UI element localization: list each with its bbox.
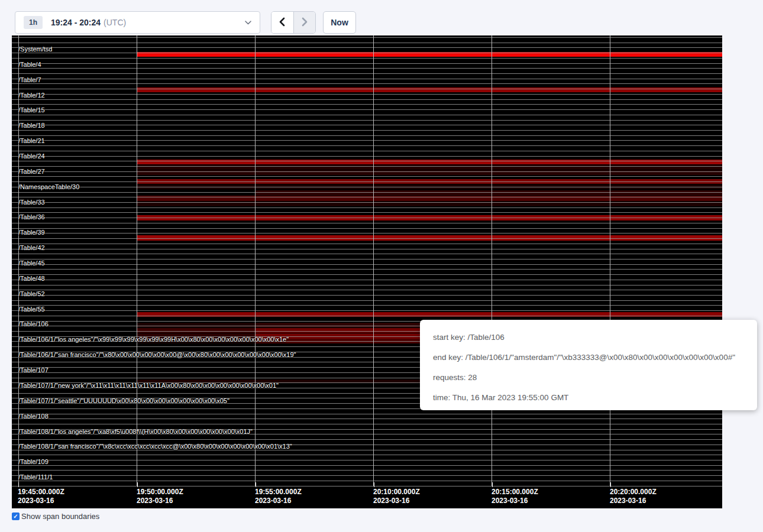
span-boundary-label: /Table/55 bbox=[18, 306, 45, 313]
span-boundary-label: /NamespaceTable/30 bbox=[18, 183, 79, 190]
span-boundary-line bbox=[12, 300, 722, 301]
span-boundary-line bbox=[12, 94, 722, 95]
span-boundary-line bbox=[12, 73, 722, 74]
span-boundary-line bbox=[12, 171, 722, 172]
span-boundary-line bbox=[12, 212, 722, 213]
x-axis-tick-mark bbox=[374, 482, 374, 487]
span-boundary-label: /Table/39 bbox=[18, 229, 45, 236]
tooltip: start key: /Table/106 end key: /Table/10… bbox=[420, 320, 757, 410]
span-boundary-line bbox=[12, 269, 722, 270]
span-boundary-label: /Table/111/1 bbox=[18, 473, 53, 481]
time-range-selector[interactable]: 1h 19:24 - 20:24 (UTC) bbox=[15, 11, 260, 34]
toolbar: 1h 19:24 - 20:24 (UTC) Now bbox=[0, 0, 763, 35]
span-boundary-label: /Table/108/1/"san francisco"/"\x8c\xcc\x… bbox=[18, 443, 292, 450]
span-boundary-line bbox=[12, 135, 722, 136]
span-boundary-line bbox=[12, 151, 722, 151]
time-bucket-line bbox=[610, 35, 610, 486]
span-boundary-label: /Table/12 bbox=[18, 92, 45, 99]
span-boundary-line bbox=[12, 310, 722, 311]
now-button[interactable]: Now bbox=[323, 11, 356, 34]
span-boundary-line bbox=[12, 187, 722, 187]
range-timezone: (UTC) bbox=[104, 18, 126, 27]
span-boundary-label: /Table/108/1/"los angeles"/"\xa8\xf5\u00… bbox=[18, 428, 253, 435]
check-icon: ✓ bbox=[13, 514, 18, 520]
span-boundary-line bbox=[12, 218, 722, 218]
span-boundary-line bbox=[12, 305, 722, 306]
chevron-left-icon bbox=[279, 17, 286, 28]
span-boundary-line bbox=[12, 249, 722, 249]
span-boundary-label: /Table/21 bbox=[18, 137, 45, 144]
show-span-boundaries-label: Show span boundaries bbox=[21, 512, 99, 521]
span-boundary-line bbox=[12, 68, 722, 69]
span-boundary-line bbox=[12, 161, 722, 161]
tooltip-requests: requests: 28 bbox=[433, 368, 744, 388]
span-boundary-label: /Table/106/1/"los angeles"/"\x99\x99\x99… bbox=[18, 336, 289, 343]
span-boundary-line bbox=[12, 202, 722, 203]
span-boundary-label: /System/tsd bbox=[18, 46, 52, 53]
x-axis-tick: 20:10:00.000Z2023-03-16 bbox=[373, 488, 420, 505]
span-boundary-line bbox=[12, 79, 722, 79]
span-boundary-line bbox=[12, 140, 722, 141]
span-boundary-line bbox=[12, 316, 722, 316]
tooltip-end-key: end key: /Table/106/1/"amsterdam"/"\xb33… bbox=[433, 348, 744, 368]
next-time-button[interactable] bbox=[294, 12, 316, 33]
show-span-boundaries-checkbox[interactable]: ✓ bbox=[12, 512, 20, 520]
span-boundary-line bbox=[12, 109, 722, 110]
x-axis-tick: 20:20:00.000Z2023-03-16 bbox=[610, 488, 657, 505]
key-visualizer-canvas[interactable]: /System/tsd/Table/4/Table/7/Table/12/Tab… bbox=[12, 35, 722, 508]
span-boundary-label: /Table/24 bbox=[18, 153, 45, 160]
span-boundary-line bbox=[12, 233, 722, 233]
span-boundary-label: /Table/4 bbox=[18, 61, 41, 68]
x-axis-tick-mark bbox=[610, 482, 611, 487]
x-axis-tick-mark bbox=[137, 482, 138, 487]
span-boundary-line bbox=[12, 460, 722, 460]
span-boundary-line bbox=[12, 99, 722, 100]
span-boundary-line bbox=[12, 166, 722, 167]
span-boundary-line bbox=[12, 197, 722, 197]
time-bucket-line bbox=[492, 35, 492, 486]
span-boundary-label: /Table/15 bbox=[18, 106, 45, 113]
span-boundary-label: /Table/107 bbox=[18, 366, 49, 374]
span-boundary-label: /Table/106 bbox=[18, 320, 49, 327]
heat-band bbox=[137, 323, 255, 327]
range-duration-badge: 1h bbox=[24, 16, 43, 29]
span-boundary-line bbox=[12, 259, 722, 259]
tooltip-start-key: start key: /Table/106 bbox=[433, 327, 744, 348]
span-boundary-label: /Table/36 bbox=[18, 213, 45, 220]
span-boundary-line bbox=[12, 37, 722, 38]
span-boundary-label: /Table/107/1/"new york"/"\x11\x11\x11\x1… bbox=[18, 382, 279, 389]
x-axis-tick: 19:45:00.000Z2023-03-16 bbox=[18, 488, 64, 505]
span-boundary-line bbox=[12, 228, 722, 229]
tooltip-time: time: Thu, 16 Mar 2023 19:55:00 GMT bbox=[433, 388, 744, 408]
span-boundary-line bbox=[12, 43, 722, 43]
span-boundary-line bbox=[12, 244, 722, 244]
span-boundary-label: /Table/48 bbox=[18, 275, 45, 282]
span-boundary-label: /Table/45 bbox=[18, 259, 45, 267]
x-axis-tick: 19:50:00.000Z2023-03-16 bbox=[137, 488, 183, 505]
show-span-boundaries-toggle: ✓ Show span boundaries bbox=[12, 512, 99, 521]
chevron-down-icon bbox=[245, 21, 251, 25]
heat-band bbox=[137, 87, 722, 92]
chevron-right-icon bbox=[301, 17, 308, 28]
span-boundary-line bbox=[12, 120, 722, 121]
span-boundary-line bbox=[12, 47, 722, 48]
span-boundary-line bbox=[12, 104, 722, 105]
span-boundary-label: /Table/33 bbox=[18, 199, 45, 206]
range-text: 19:24 - 20:24 bbox=[51, 18, 101, 27]
span-boundary-line bbox=[12, 264, 722, 265]
span-boundary-line bbox=[12, 176, 722, 177]
span-boundary-line bbox=[12, 156, 722, 157]
x-axis-tick-mark bbox=[18, 482, 19, 487]
x-axis-tick-mark bbox=[492, 482, 493, 487]
time-bucket-line bbox=[137, 35, 137, 486]
prev-time-button[interactable] bbox=[271, 12, 293, 33]
span-boundary-line bbox=[12, 145, 722, 146]
x-axis-tick-mark bbox=[256, 482, 256, 487]
time-bucket-line bbox=[255, 35, 256, 486]
span-boundary-line bbox=[12, 115, 722, 115]
span-boundary-line bbox=[12, 419, 722, 419]
span-boundary-line bbox=[12, 207, 722, 208]
span-boundary-line bbox=[12, 58, 722, 59]
span-boundary-label: /Table/27 bbox=[18, 168, 45, 175]
span-boundary-line bbox=[12, 465, 722, 466]
